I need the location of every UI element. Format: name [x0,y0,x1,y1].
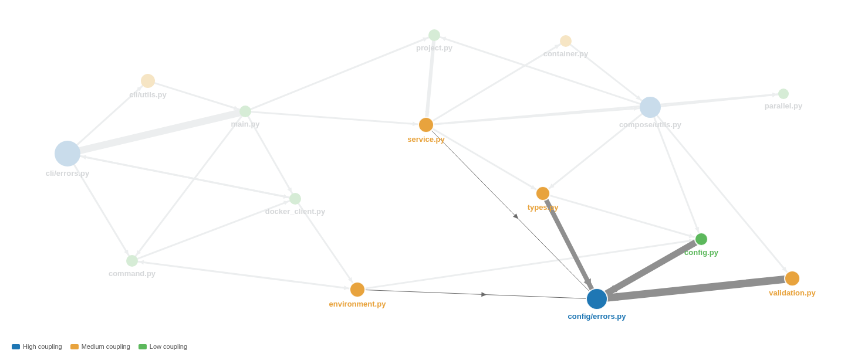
node-label: docker_client.py [265,207,326,216]
graph-node[interactable] [640,97,661,118]
legend-label: High coupling [23,343,62,350]
graph-node[interactable] [418,117,434,132]
legend-label: Low coupling [150,343,187,350]
edge [661,94,778,106]
edge [546,200,592,290]
node-label: environment.py [329,300,387,308]
node-label: service.py [407,135,445,144]
graph-node[interactable] [289,193,301,205]
arrowhead-icon [441,37,446,42]
graph-node[interactable] [536,186,550,200]
edge [80,113,239,151]
coupling-graph[interactable]: project.pycontainer.pycli/utils.pyparall… [0,0,868,357]
graph-node[interactable] [350,282,365,297]
graph-node[interactable] [785,271,800,286]
node-label: main.py [231,120,260,128]
graph-node[interactable] [428,29,440,41]
node-label: cli/errors.py [46,169,90,178]
node-label: parallel.py [765,101,803,110]
edge [607,279,785,298]
edge [299,203,353,283]
edge [74,165,129,256]
edge [365,240,695,289]
legend-label: Medium coupling [82,343,130,350]
node-label: container.py [543,49,589,58]
edge [433,129,536,190]
graph-node[interactable] [586,288,607,310]
edge [550,195,695,237]
node-label: cli/utils.py [129,90,167,99]
graph-node[interactable] [560,35,572,47]
edge [440,37,640,104]
graph-node[interactable] [695,233,708,246]
legend-item: Low coupling [139,343,187,350]
node-label: config.py [684,248,719,257]
low-swatch-icon [139,344,147,349]
edge [365,290,586,299]
edge [251,38,428,110]
graph-node[interactable] [141,74,155,88]
node-label: types.py [528,203,559,212]
edge [657,115,787,273]
edge [154,83,239,110]
legend: High couplingMedium couplingLow coupling [12,343,187,350]
graph-node[interactable] [239,106,251,117]
legend-item: Medium coupling [70,343,130,350]
graph-node[interactable] [126,255,138,267]
node-label: validation.py [769,288,816,297]
graph-node[interactable] [778,89,789,99]
node-label: command.py [109,269,156,278]
arrowhead-icon [413,121,417,126]
arrowhead-icon [481,292,487,297]
edge [427,41,434,117]
edge [606,242,696,294]
node-label: config/errors.py [568,312,627,321]
node-label: compose/utils.py [619,120,682,129]
medium-swatch-icon [70,344,79,349]
legend-item: High coupling [12,343,62,350]
node-label: project.py [416,43,453,52]
edge [654,117,699,233]
high-swatch-icon [12,344,20,349]
edge [251,112,418,124]
edge [138,261,350,288]
graph-node[interactable] [55,141,80,166]
